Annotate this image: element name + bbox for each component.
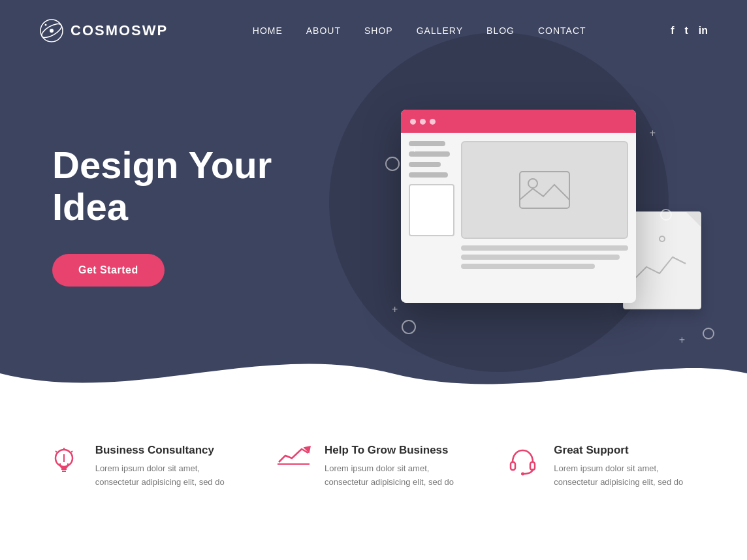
text-line-1 <box>461 245 628 251</box>
site-header: COSMOSWP HOME ABOUT SHOP GALLERY BLOG CO… <box>0 0 747 61</box>
hero-illustration <box>401 110 701 303</box>
browser-dot-1 <box>410 118 416 124</box>
browser-main-content <box>461 141 628 295</box>
lightbulb-icon <box>46 444 82 480</box>
browser-bar <box>401 110 636 133</box>
chart-icon <box>276 444 311 480</box>
nav-about[interactable]: ABOUT <box>306 25 341 36</box>
nav-gallery[interactable]: GALLERY <box>417 25 463 36</box>
service-1-title: Business Consultancy <box>95 444 242 457</box>
hero-title: Design Your Idea <box>52 144 272 228</box>
hero-content: Design Your Idea Get Started <box>0 66 311 339</box>
deco-plus-1: + <box>411 144 417 155</box>
deco-plus-4: + <box>650 127 656 139</box>
nav-home[interactable]: HOME <box>253 25 283 36</box>
nav-shop[interactable]: SHOP <box>364 25 393 36</box>
svg-point-5 <box>528 179 537 188</box>
deco-circle-4 <box>703 328 714 339</box>
browser-dot-3 <box>430 118 436 124</box>
twitter-icon[interactable]: t <box>684 25 688 37</box>
sidebar-box <box>409 184 454 236</box>
deco-plus-2: + <box>392 303 398 315</box>
linkedin-icon[interactable]: in <box>699 25 708 37</box>
service-1-desc: Lorem ipsum dolor sit amet, consectetur … <box>95 462 242 490</box>
hero-wave <box>0 341 747 405</box>
browser-image-placeholder <box>461 141 628 239</box>
text-line-3 <box>461 264 595 269</box>
deco-circle-2 <box>402 320 416 334</box>
service-2-title: Help To Grow Business <box>325 444 471 457</box>
browser-mockup <box>401 110 636 303</box>
browser-dot-2 <box>420 118 426 124</box>
service-3-text: Great Support Lorem ipsum dolor sit amet… <box>554 444 701 490</box>
deco-circle-3 <box>660 209 672 221</box>
nav-blog[interactable]: BLOG <box>486 25 515 36</box>
svg-point-2 <box>50 29 54 33</box>
image-icon <box>518 170 571 210</box>
svg-rect-4 <box>520 172 569 208</box>
logo-icon <box>39 18 64 43</box>
service-3-title: Great Support <box>554 444 701 457</box>
svg-rect-13 <box>278 463 310 465</box>
svg-point-3 <box>45 24 47 26</box>
get-started-button[interactable]: Get Started <box>52 254 165 287</box>
social-links: f t in <box>671 25 708 37</box>
service-1-text: Business Consultancy Lorem ipsum dolor s… <box>95 444 242 490</box>
main-nav: HOME ABOUT SHOP GALLERY BLOG CONTACT <box>253 25 586 36</box>
svg-rect-14 <box>511 462 515 470</box>
nav-contact[interactable]: CONTACT <box>538 25 586 36</box>
service-item-3: Great Support Lorem ipsum dolor sit amet… <box>505 444 701 490</box>
logo-link[interactable]: COSMOSWP <box>39 18 168 43</box>
service-item-1: Business Consultancy Lorem ipsum dolor s… <box>46 444 242 490</box>
service-2-desc: Lorem ipsum dolor sit amet, consectetur … <box>325 462 471 490</box>
browser-body <box>401 133 636 303</box>
browser-sidebar <box>409 141 454 295</box>
svg-line-8 <box>71 451 72 452</box>
services-section: Business Consultancy Lorem ipsum dolor s… <box>0 405 747 516</box>
text-line-2 <box>461 255 620 260</box>
service-item-2: Help To Grow Business Lorem ipsum dolor … <box>276 444 471 490</box>
service-3-desc: Lorem ipsum dolor sit amet, consectetur … <box>554 462 701 490</box>
svg-line-9 <box>56 451 57 452</box>
svg-point-16 <box>521 473 524 476</box>
hero-section: + + + + COSMOSWP HOME ABOUT SHOP GALLERY… <box>0 0 747 405</box>
deco-circle-1 <box>385 157 400 171</box>
facebook-icon[interactable]: f <box>671 25 674 37</box>
service-2-text: Help To Grow Business Lorem ipsum dolor … <box>325 444 471 490</box>
logo-text: COSMOSWP <box>71 22 168 39</box>
doc-chart-icon <box>630 247 689 283</box>
headset-icon <box>505 444 541 480</box>
